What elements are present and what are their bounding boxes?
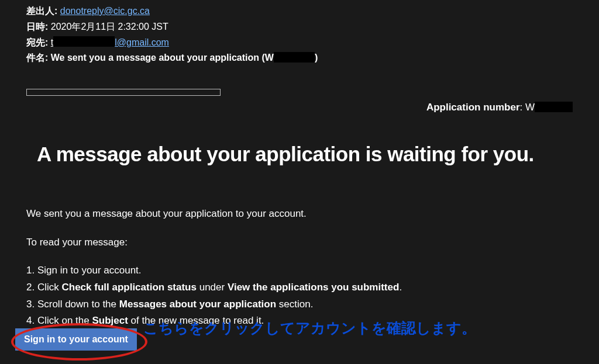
annotation-text: こちらをクリックしてアカウントを確認します。 [143,318,476,338]
header-from: 差出人: donotreply@cic.gc.ca [26,4,573,19]
header-to: 宛先: tl@gmail.com [26,36,573,50]
to-address-link[interactable]: l@gmail.com [115,37,169,47]
to-label: 宛先: [26,37,48,47]
application-number-line: Application number: W [26,102,573,113]
application-number-sep: : W [520,102,535,113]
headline: A message about your application is wait… [37,143,573,166]
subject-suffix: ) [315,53,318,63]
subject-prefix: We sent you a message about your applica… [51,53,274,63]
header-date: 日時: 2020年2月11日 2:32:00 JST [26,20,573,34]
placeholder-box [26,89,221,96]
redacted-to [53,36,115,47]
body-text: We sent you a message about your applica… [26,207,573,328]
email-container: 差出人: donotreply@cic.gc.ca 日時: 2020年2月11日… [0,0,599,328]
step-1: 1. Sign in to your account. [26,264,573,278]
header-subject: 件名: We sent you a message about your app… [26,51,573,65]
redacted-application-number [535,102,573,112]
application-number-label: Application number [426,102,520,113]
step-3: 3. Scroll down to the Messages about you… [26,297,573,312]
signin-wrap: Sign in to your account [15,328,137,351]
date-value: 2020年2月11日 2:32:00 JST [51,22,168,32]
date-label: 日時: [26,22,48,32]
subject-label: 件名: [26,53,48,63]
redacted-subject [274,52,315,63]
body-read-label: To read your message: [26,235,573,250]
sign-in-button[interactable]: Sign in to your account [15,328,137,351]
from-address-link[interactable]: donotreply@cic.gc.ca [60,6,150,16]
from-label: 差出人: [26,6,57,16]
body-intro: We sent you a message about your applica… [26,207,573,221]
step-2: 2. Click Check full application status u… [26,280,573,295]
